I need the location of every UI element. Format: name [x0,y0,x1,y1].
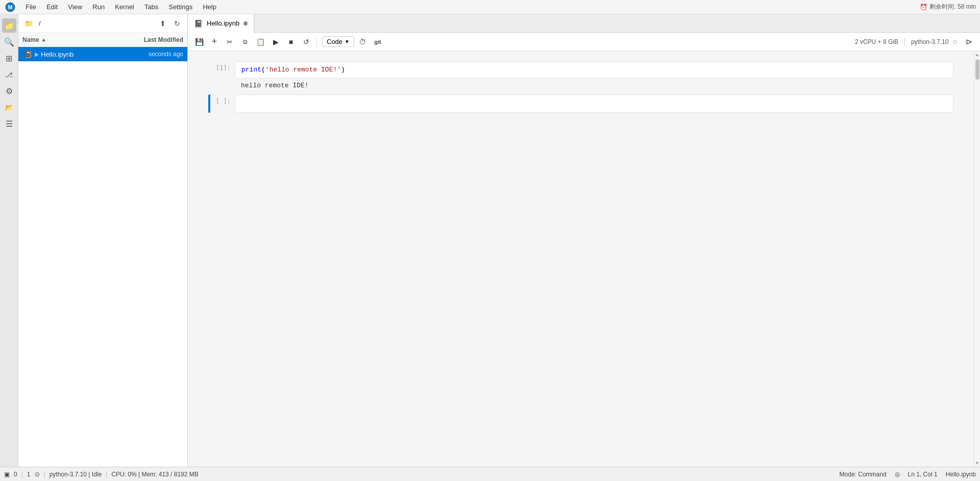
file-panel-toolbar: 📁 / ⬆ ↻ [18,14,187,33]
refresh-button[interactable]: ↻ [171,17,183,30]
cell-1-input[interactable]: print('hello remote IDE!') [235,61,953,79]
tab-unsaved-indicator [243,21,248,26]
file-row[interactable]: 📓 ▶ Hello.ipynb seconds ago [18,47,187,61]
paste-button[interactable]: 📋 [253,35,267,49]
cursor-position: Ln 1, Col 1 [908,471,938,478]
file-panel-header: Name ▲ Last Modified [18,33,187,47]
cut-button[interactable]: ✂ [223,35,237,49]
menu-edit[interactable]: Edit [41,2,63,12]
keyword-print: print [241,66,261,74]
active-file: Hello.ipynb [946,471,976,478]
menu-run[interactable]: Run [87,2,110,12]
cell-1: [1]: print('hello remote IDE!') hello re… [208,61,953,92]
kernel-status-icon: ○ [952,37,958,46]
activity-files[interactable]: 📁 [2,18,16,33]
timer-display: ⏰ 剩余时间: 58 min [920,3,976,11]
paren-close: ) [341,66,345,74]
session-icon: ⊙ [35,471,40,478]
scroll-thumb[interactable] [975,59,979,80]
toolbar-right: 2 vCPU + 8 GiB python-3.7.10 ○ ⊳ [855,35,976,49]
activity-settings[interactable]: ⚙ [2,84,16,98]
cell-2: [ ]: [208,94,953,113]
cell-1-output: hello remote IDE! [235,79,953,93]
run-indicator-icon: ▶ [35,51,39,58]
activity-git[interactable]: ⎇ [2,67,16,82]
file-name-label: Hello.ipynb [41,51,122,58]
notebook-toolbar: 💾 + ✂ ⧉ 📋 ▶ ■ ↺ Code ▼ ⏱ git 2 vCPU + 8 … [188,33,980,51]
paren-open: ( [261,66,265,74]
terminal-count: 0 [14,471,17,478]
scroll-down-button[interactable]: ▼ [975,461,979,466]
sort-icon: ▲ [41,37,46,42]
resources-label: 2 vCPU + 8 GiB [855,38,898,45]
share-button[interactable]: ⊳ [962,35,976,49]
menu-kernel[interactable]: Kernel [110,2,139,12]
cell-2-indicator [208,94,210,113]
scrollbar-track[interactable]: ▲ ▼ [974,51,980,467]
history-button[interactable]: ⏱ [355,35,370,49]
new-folder-button[interactable]: 📁 [22,17,35,30]
git-button[interactable]: git [371,35,385,49]
copy-button[interactable]: ⧉ [238,35,252,49]
cell-type-chevron-icon: ▼ [345,39,350,44]
scroll-up-button[interactable]: ▲ [975,52,979,57]
cell-type-label: Code [327,38,342,45]
stop-button[interactable]: ■ [284,35,298,49]
file-modified-label: seconds ago [122,51,183,58]
timer-text: 剩余时间: 58 min [929,3,976,11]
kernel-idle-info: python-3.7.10 | Idle [50,471,102,478]
cell-1-indicator [208,61,210,92]
cell-2-number: [ ]: [214,94,235,113]
restart-button[interactable]: ↺ [299,35,313,49]
upload-button[interactable]: ⬆ [157,17,169,30]
cell-1-body: print('hello remote IDE!') hello remote … [235,61,953,92]
tab-notebook-icon: 📓 [194,19,203,28]
notebook-tab[interactable]: 📓 Hello.ipynb [188,14,254,33]
mode-label: Mode: Command [840,471,887,478]
cell-2-input[interactable] [235,94,953,113]
notebook-content: [1]: print('hello remote IDE!') hello re… [188,51,974,467]
terminal-icon: ▣ [4,471,10,478]
main-layout: 📁 🔍 ⊞ ⎇ ⚙ 📂 ☰ 📁 / ⬆ ↻ Name ▲ Last Modifi… [0,14,980,467]
column-name-header[interactable]: Name ▲ [22,36,122,43]
tab-bar: 📓 Hello.ipynb [188,14,980,33]
tab-title: Hello.ipynb [207,19,239,27]
session-count: 1 [27,471,31,478]
menu-file[interactable]: File [20,2,41,12]
activity-list[interactable]: ☰ [2,116,16,131]
current-path: / [39,19,41,27]
cell-1-number: [1]: [214,61,235,92]
cell-2-body [235,94,953,113]
toolbar-sep-2 [904,38,905,46]
menubar: M File Edit View Run Kernel Tabs Setting… [0,0,980,14]
menu-help[interactable]: Help [198,2,222,12]
string-value: 'hello remote IDE!' [265,66,341,74]
timer-icon: ⏰ [920,4,927,11]
activity-search[interactable]: 🔍 [2,35,16,49]
activity-bar: 📁 🔍 ⊞ ⎇ ⚙ 📂 ☰ [0,14,18,467]
statusbar-right: Mode: Command ◎ Ln 1, Col 1 Hello.ipynb [840,471,976,478]
column-modified-header[interactable]: Last Modified [122,36,183,43]
toolbar-separator [316,37,317,47]
file-panel: 📁 / ⬆ ↻ Name ▲ Last Modified 📓 ▶ Hello.i… [18,14,188,467]
menu-tabs[interactable]: Tabs [139,2,163,12]
notebook-area: 📓 Hello.ipynb 💾 + ✂ ⧉ 📋 ▶ ■ ↺ Code ▼ ⏱ g… [188,14,980,467]
run-cell-button[interactable]: ▶ [268,35,283,49]
activity-folder[interactable]: 📂 [2,100,16,114]
statusbar: ▣ 0 | 1 ⊙ | python-3.7.10 | Idle | CPU: … [0,467,980,481]
file-list: 📓 ▶ Hello.ipynb seconds ago [18,47,187,467]
menu-view[interactable]: View [63,2,87,12]
svg-text:M: M [8,4,12,10]
cell-type-selector[interactable]: Code ▼ [322,36,354,47]
target-icon: ◎ [895,471,900,478]
resource-info: CPU: 0% | Mem: 413 / 8192 MB [111,471,199,478]
add-cell-button[interactable]: + [207,35,222,49]
nb-main: [1]: print('hello remote IDE!') hello re… [188,51,980,467]
menu-settings[interactable]: Settings [163,2,198,12]
app-logo: M [4,1,16,13]
kernel-label[interactable]: python-3.7.10 [911,38,948,45]
save-button[interactable]: 💾 [192,35,206,49]
notebook-icon: 📓 [22,49,33,59]
activity-extensions[interactable]: ⊞ [2,51,16,65]
